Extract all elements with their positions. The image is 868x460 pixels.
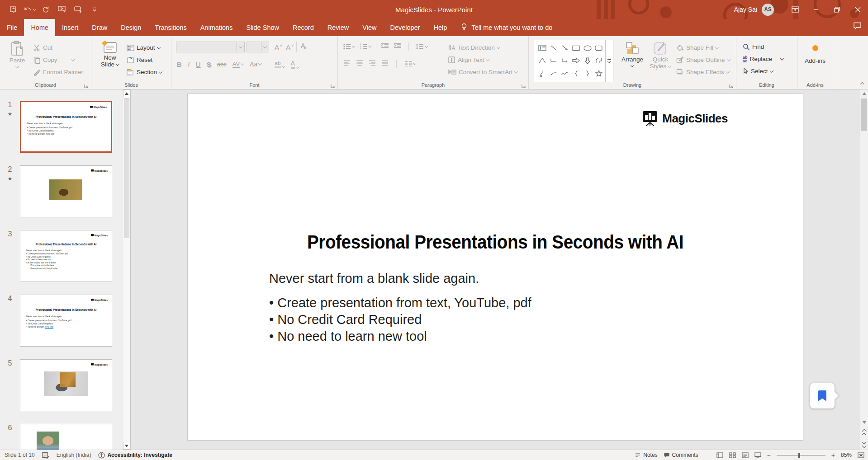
decrease-font-size-button[interactable]: A˅: [286, 43, 294, 51]
tab-help[interactable]: Help: [427, 19, 454, 36]
layout-button[interactable]: Layout: [127, 42, 162, 54]
shape-down-arrow-icon[interactable]: [582, 54, 593, 67]
shape-freeform-icon[interactable]: [593, 54, 604, 67]
slide-indicator[interactable]: Slide 1 of 10: [5, 452, 35, 458]
slide-title[interactable]: Professional Presentations in Seconds wi…: [218, 231, 772, 253]
addins-button[interactable]: Add-ins: [802, 42, 828, 64]
font-color-button[interactable]: A: [291, 60, 299, 69]
font-size-combobox[interactable]: [247, 42, 269, 52]
shape-arc-icon[interactable]: [548, 67, 559, 80]
tab-view[interactable]: View: [356, 19, 383, 36]
shape-scribble-icon[interactable]: [536, 67, 548, 80]
tab-animations[interactable]: Animations: [194, 19, 240, 36]
undo-icon[interactable]: [23, 3, 36, 16]
bookmark-overlay-button[interactable]: [810, 383, 835, 408]
restore-button[interactable]: [826, 0, 847, 19]
shape-elbow-arrow-connector-icon[interactable]: [559, 54, 570, 67]
slide-canvas[interactable]: MagicSlides Professional Presentations i…: [188, 94, 803, 440]
slide-bullet-1[interactable]: • Create presentation from text, YouTube…: [269, 296, 531, 310]
slide-4-thumbnail[interactable]: MagicSlides Professional Presentations i…: [20, 295, 112, 347]
paragraph-dialog-launcher[interactable]: [521, 82, 526, 87]
underline-button[interactable]: U: [196, 61, 201, 68]
start-slideshow-icon[interactable]: [55, 3, 69, 16]
fit-slide-to-window-button[interactable]: [858, 452, 864, 458]
shape-textbox-icon[interactable]: [536, 42, 548, 54]
strikethrough-button[interactable]: abc: [217, 61, 227, 68]
shape-oval-icon[interactable]: [582, 42, 593, 54]
slide-3-thumbnail[interactable]: MagicSlides Professional Presentations i…: [20, 230, 112, 282]
shape-rounded-rectangle-icon[interactable]: [593, 42, 604, 54]
close-button[interactable]: [847, 0, 868, 19]
align-text-button[interactable]: Align Text: [448, 54, 517, 66]
tab-home[interactable]: Home: [24, 19, 55, 36]
panel-scroll-down-icon[interactable]: [123, 442, 130, 450]
zoom-in-button[interactable]: +: [831, 451, 835, 459]
highlight-color-button[interactable]: ab: [275, 60, 285, 68]
scroll-up-icon[interactable]: [860, 89, 868, 97]
align-right-button[interactable]: [369, 60, 376, 68]
customize-qat-icon[interactable]: [88, 3, 101, 16]
slide-2-thumbnail[interactable]: MagicSlides: [20, 165, 112, 217]
tab-review[interactable]: Review: [321, 19, 356, 36]
decrease-indent-button[interactable]: [381, 42, 389, 51]
shape-triangle-icon[interactable]: [536, 54, 548, 67]
notes-button[interactable]: Notes: [635, 452, 657, 458]
copy-button[interactable]: Copy: [33, 54, 83, 66]
find-button[interactable]: Find: [743, 41, 783, 53]
slide-bullet-2[interactable]: • No Credit Card Required: [269, 312, 422, 327]
shape-star-icon[interactable]: [593, 67, 604, 80]
shape-arrow-icon[interactable]: [559, 42, 570, 54]
align-left-button[interactable]: [343, 60, 351, 68]
tell-me-box[interactable]: Tell me what you want to do: [461, 19, 552, 36]
save-icon[interactable]: [6, 3, 20, 16]
change-case-button[interactable]: Aa: [250, 61, 261, 68]
minimize-button[interactable]: [806, 0, 826, 19]
section-button[interactable]: Section: [127, 66, 162, 78]
format-painter-button[interactable]: Format Painter: [33, 66, 83, 78]
user-avatar[interactable]: AS: [762, 4, 774, 16]
previous-slide-button[interactable]: [860, 428, 868, 438]
spell-check-icon[interactable]: [42, 452, 49, 459]
redo-icon[interactable]: [39, 3, 52, 16]
increase-font-size-button[interactable]: A˄: [275, 43, 282, 51]
accessibility-status[interactable]: Accessibility: Investigate: [98, 452, 172, 459]
replace-button[interactable]: ab ac Replace: [743, 53, 783, 65]
tab-developer[interactable]: Developer: [383, 19, 427, 36]
zoom-slider[interactable]: [777, 455, 825, 455]
select-button[interactable]: Select: [743, 65, 783, 77]
normal-view-button[interactable]: [716, 452, 723, 458]
drawing-dialog-launcher[interactable]: [729, 82, 734, 87]
cut-button[interactable]: Cut: [33, 42, 83, 54]
columns-button[interactable]: [404, 61, 416, 67]
tab-file[interactable]: File: [0, 19, 24, 36]
shape-curve-icon[interactable]: [559, 67, 570, 80]
slide-6-thumbnail[interactable]: [20, 424, 112, 450]
font-name-combobox[interactable]: [176, 42, 245, 52]
justify-button[interactable]: [381, 60, 389, 68]
language-indicator[interactable]: English (India): [57, 452, 91, 458]
slide-lead-text[interactable]: Never start from a blank slide again.: [269, 271, 479, 286]
reading-view-button[interactable]: [742, 452, 749, 458]
shape-rectangle-icon[interactable]: [570, 42, 582, 54]
scroll-down-icon[interactable]: [860, 418, 868, 426]
text-direction-button[interactable]: Text Direction: [448, 42, 517, 54]
shape-fill-button[interactable]: Shape Fill: [676, 42, 730, 54]
tab-record[interactable]: Record: [286, 19, 321, 36]
slideshow-view-button[interactable]: [754, 452, 761, 458]
shape-right-brace-icon[interactable]: [582, 67, 593, 80]
shapes-gallery-more-button[interactable]: [605, 40, 613, 82]
shape-outline-button[interactable]: Shape Outline: [676, 54, 730, 66]
panel-scrollbar-thumb[interactable]: [124, 98, 129, 238]
next-slide-button[interactable]: [860, 439, 868, 449]
shape-right-arrow-icon[interactable]: [570, 54, 582, 67]
main-scrollbar[interactable]: [860, 89, 868, 450]
slide-sorter-view-button[interactable]: [729, 452, 736, 458]
zoom-out-button[interactable]: −: [767, 451, 771, 459]
line-spacing-button[interactable]: [416, 43, 428, 50]
slide-5-thumbnail[interactable]: MagicSlides: [20, 359, 112, 411]
italic-button[interactable]: I: [188, 61, 190, 68]
tab-slide-show[interactable]: Slide Show: [239, 19, 286, 36]
slide-bullet-3[interactable]: • No need to learn new tool: [269, 329, 427, 344]
shape-left-brace-icon[interactable]: [570, 67, 582, 80]
tab-draw[interactable]: Draw: [85, 19, 114, 36]
